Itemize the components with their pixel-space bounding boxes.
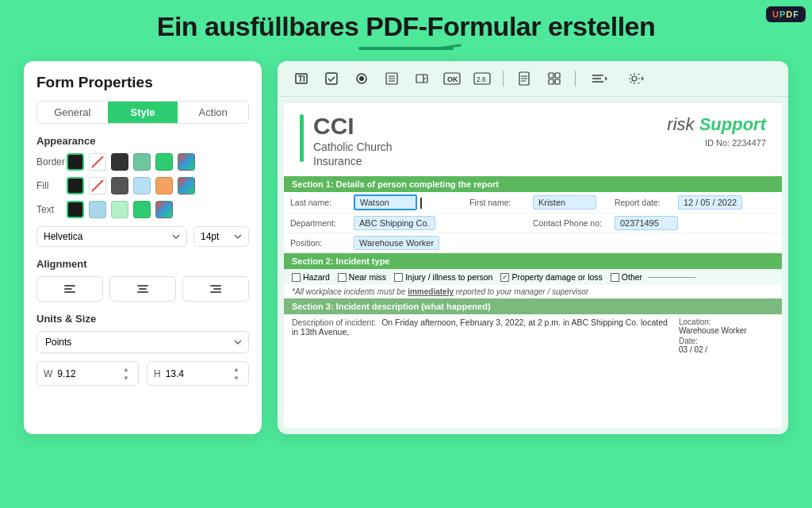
width-increment-button[interactable]: ▲: [121, 365, 132, 373]
updf-logo: UPDF: [766, 6, 806, 22]
units-size-label: Units & Size: [36, 313, 249, 325]
radio-icon: [354, 71, 369, 86]
align-dropdown-icon: [591, 71, 608, 86]
svg-rect-6: [210, 285, 221, 287]
position-value[interactable]: Warehouse Worker: [354, 236, 439, 250]
date-value: 03 / 02 /: [679, 345, 774, 354]
position-row: Position: Warehouse Worker: [284, 233, 782, 253]
department-row: Department: ABC Shipping Co. Contact Pho…: [284, 214, 782, 233]
svg-rect-29: [555, 73, 560, 78]
fill-swatch-dark[interactable]: [111, 177, 128, 194]
first-name-cell: Kristen: [527, 192, 608, 214]
align-center-button[interactable]: [109, 276, 176, 302]
report-date-value[interactable]: 12 / 05 / 2022: [678, 195, 742, 210]
toolbar-text-button[interactable]: TI: [290, 67, 312, 90]
toolbar-checkbox-button[interactable]: [320, 67, 343, 90]
fill-swatch-none[interactable]: [89, 177, 106, 194]
height-increment-button[interactable]: ▲: [231, 365, 242, 373]
border-swatch-multi[interactable]: [178, 153, 195, 171]
hazard-checkbox[interactable]: [292, 273, 301, 282]
text-swatch-black[interactable]: [67, 201, 84, 218]
border-swatch-black[interactable]: [67, 153, 84, 171]
near-miss-checkbox[interactable]: [338, 273, 347, 282]
injury-checkbox[interactable]: [394, 273, 403, 282]
font-row: Helvetica 14pt: [36, 226, 249, 247]
text-swatch-multi[interactable]: [155, 201, 173, 218]
pdf-content: CCI Catholic Church Insurance risk Suppo…: [284, 103, 782, 428]
toolbar-settings-dropdown[interactable]: [622, 67, 650, 90]
report-date-label: Report date:: [608, 192, 672, 214]
toolbar-grid-button[interactable]: [543, 67, 565, 90]
svg-text:OK: OK: [447, 75, 458, 83]
toolbar-radio-button[interactable]: [350, 67, 373, 90]
company-name: Catholic Church Insurance: [313, 140, 393, 168]
content-area: Form Properties General Style Action App…: [0, 61, 812, 434]
other-checkbox[interactable]: [611, 273, 619, 282]
date-label: Date:: [679, 337, 774, 345]
font-size-select[interactable]: 14pt: [193, 226, 249, 247]
width-decrement-button[interactable]: ▼: [121, 374, 132, 382]
border-swatch-bright-green[interactable]: [155, 153, 173, 171]
contact-phone-value[interactable]: 02371495: [615, 216, 678, 230]
toolbar-divider-2: [575, 71, 576, 87]
alignment-section: Alignment: [36, 258, 249, 302]
text-swatch-green[interactable]: [133, 201, 151, 218]
align-right-button[interactable]: [182, 276, 249, 302]
toolbar-number-button[interactable]: 2.6: [471, 67, 493, 90]
svg-rect-30: [549, 79, 553, 84]
ok-icon: OK: [443, 71, 461, 86]
border-color-row: Border: [36, 153, 249, 171]
toolbar-doc-button[interactable]: [513, 67, 535, 90]
fill-swatch-orange[interactable]: [155, 177, 173, 194]
id-value: 2234477: [732, 138, 766, 148]
near-miss-checkbox-item: Near miss: [338, 272, 386, 282]
cci-text-block: CCI Catholic Church Insurance: [313, 114, 393, 168]
height-group: H 13.4 ▲ ▼: [147, 361, 249, 386]
tab-general[interactable]: General: [37, 102, 108, 123]
height-value: 13.4: [166, 368, 226, 379]
page-title: Ein ausfüllbares PDF-Formular erstellen: [0, 0, 812, 47]
width-stepper: ▲ ▼: [121, 365, 132, 382]
name-row: Last name: Watson First name: Kristen Re…: [284, 192, 782, 214]
toolbar-list-button[interactable]: [381, 67, 403, 90]
other-checkbox-item: Other: [611, 272, 695, 282]
tab-style[interactable]: Style: [108, 102, 178, 123]
units-select[interactable]: Points: [36, 331, 249, 353]
fill-swatch-multi[interactable]: [178, 177, 195, 194]
toolbar-align-dropdown[interactable]: [585, 67, 614, 90]
department-value[interactable]: ABC Shipping Co.: [354, 216, 435, 230]
first-name-value[interactable]: Kristen: [533, 195, 596, 210]
panel-title: Form Properties: [36, 74, 249, 91]
width-group: W 9.12 ▲ ▼: [36, 361, 139, 386]
font-family-select[interactable]: Helvetica: [36, 226, 187, 247]
toolbar-dropdown-button[interactable]: [411, 67, 433, 90]
fill-swatch-black[interactable]: [67, 177, 84, 194]
property-checkbox[interactable]: [500, 273, 509, 282]
fill-swatch-light-blue[interactable]: [133, 177, 151, 194]
svg-text:2.6: 2.6: [477, 75, 486, 83]
tab-action[interactable]: Action: [178, 102, 248, 123]
svg-rect-0: [64, 285, 75, 287]
checkbox-icon: [324, 71, 339, 86]
svg-rect-3: [137, 285, 148, 287]
toolbar-divider-1: [503, 71, 504, 87]
section2-header: Section 2: Incident type: [284, 253, 782, 269]
border-swatch-dark[interactable]: [111, 153, 128, 171]
border-swatch-green[interactable]: [133, 153, 151, 171]
alignment-buttons: [36, 276, 249, 302]
text-swatch-blue[interactable]: [89, 201, 106, 218]
support-word: Support: [699, 114, 766, 134]
last-name-value[interactable]: Watson: [354, 194, 417, 210]
align-left-button[interactable]: [36, 276, 103, 302]
text-swatch-light-green[interactable]: [111, 201, 128, 218]
border-swatch-none[interactable]: [89, 153, 106, 171]
width-value: 9.12: [57, 368, 116, 379]
svg-point-13: [359, 76, 364, 81]
company-name-line2: Insurance: [313, 155, 362, 167]
align-center-icon: [136, 282, 150, 296]
risk-support: risk Support ID No: 2234477: [667, 114, 766, 148]
toolbar-ok-button[interactable]: OK: [441, 67, 463, 90]
height-decrement-button[interactable]: ▼: [231, 374, 242, 382]
svg-rect-4: [139, 288, 147, 290]
svg-rect-11: [326, 73, 337, 84]
